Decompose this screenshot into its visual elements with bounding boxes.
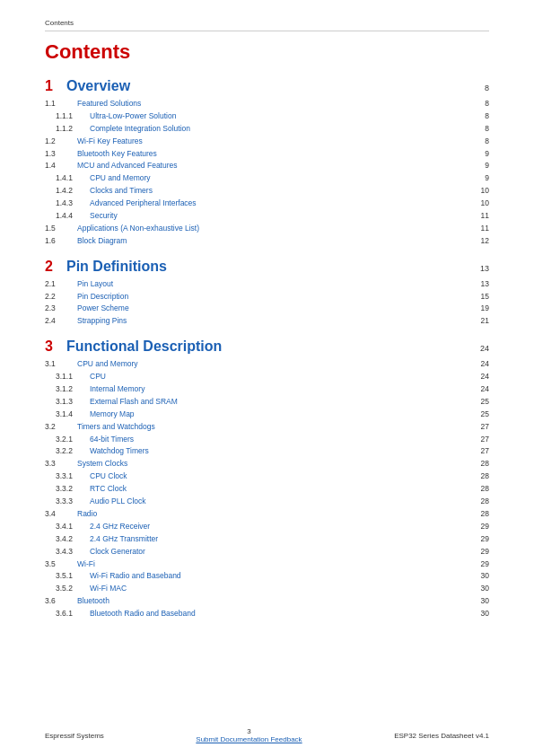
toc-link-1-1-2[interactable]: Complete Integration Solution (90, 124, 471, 135)
toc-link-3-2-1[interactable]: 64-bit Timers (90, 435, 471, 445)
toc-page-3-3-3: 28 (471, 497, 489, 507)
toc-row-3-3-2: 3.3.2RTC Clock28 (45, 483, 489, 496)
toc-link-3-6[interactable]: Bluetooth (77, 596, 471, 607)
toc-page-1-1: 8 (471, 99, 489, 110)
header-text: Contents (45, 19, 74, 27)
section-num-3: 3 (45, 338, 66, 355)
section-title-1[interactable]: Overview (66, 78, 471, 94)
toc-link-3-4-1[interactable]: 2.4 GHz Receiver (90, 522, 471, 532)
toc-row-3-5-1: 3.5.1Wi-Fi Radio and Baseband30 (45, 570, 489, 583)
page-footer: Espressif Systems 3 Submit Documentation… (45, 727, 489, 743)
toc-link-1-2[interactable]: Wi-Fi Key Features (77, 136, 471, 147)
toc-page-1-4: 9 (471, 161, 489, 171)
toc-page-3-4: 28 (471, 509, 489, 520)
toc-row-3-3-1: 3.3.1CPU Clock28 (45, 470, 489, 483)
toc-row-1-6: 1.6Block Diagram12 (45, 235, 489, 248)
toc-link-3-5-1[interactable]: Wi-Fi Radio and Baseband (90, 571, 471, 582)
toc-num-1-1: 1.1 (45, 99, 77, 110)
toc-page-3-5: 29 (471, 559, 489, 570)
toc-link-1-3[interactable]: Bluetooth Key Features (77, 149, 471, 160)
toc-page-3-1-3: 25 (471, 397, 489, 408)
footer-feedback-link[interactable]: Submit Documentation Feedback (196, 735, 302, 743)
toc-row-3-3-3: 3.3.3Audio PLL Clock28 (45, 496, 489, 508)
toc-link-3-6-1[interactable]: Bluetooth Radio and Baseband (90, 609, 471, 620)
toc-row-3-4: 3.4Radio28 (45, 508, 489, 521)
toc-page-3-1-2: 24 (471, 384, 489, 395)
toc-row-1-4-3: 1.4.3Advanced Peripheral Interfaces10 (45, 198, 489, 210)
toc-num-1-4-4: 1.4.4 (45, 211, 90, 222)
footer-center: 3 Submit Documentation Feedback (196, 727, 302, 743)
toc-num-3-1-1: 3.1.1 (45, 372, 90, 382)
toc-page-3-6-1: 30 (471, 609, 489, 620)
toc-link-2-3[interactable]: Power Scheme (77, 303, 471, 314)
toc-page-1-1-1: 8 (471, 111, 489, 122)
toc-link-3-3[interactable]: System Clocks (77, 459, 471, 470)
toc-page-2-2: 15 (471, 292, 489, 303)
toc-page-3-5-1: 30 (471, 571, 489, 582)
toc-num-3-1: 3.1 (45, 359, 77, 370)
toc-num-3-4: 3.4 (45, 509, 77, 520)
toc-num-1-4-3: 1.4.3 (45, 198, 90, 209)
toc-row-3-1-4: 3.1.4Memory Map25 (45, 409, 489, 421)
toc-page-1-3: 9 (471, 149, 489, 160)
toc-page-3-3: 28 (471, 459, 489, 470)
toc-num-2-2: 2.2 (45, 292, 77, 303)
toc-link-1-4-4[interactable]: Security (90, 211, 471, 222)
toc-page-2-4: 21 (471, 316, 489, 327)
toc-link-3-1-3[interactable]: External Flash and SRAM (90, 397, 471, 408)
toc-link-2-1[interactable]: Pin Layout (77, 279, 471, 290)
toc-row-2-4: 2.4Strapping Pins21 (45, 315, 489, 328)
toc-row-3-3: 3.3System Clocks28 (45, 458, 489, 470)
toc-num-1-2: 1.2 (45, 136, 77, 147)
toc-link-1-5[interactable]: Applications (A Non-exhaustive List) (77, 224, 471, 234)
toc-page-3-1-1: 24 (471, 372, 489, 382)
toc-link-1-4[interactable]: MCU and Advanced Features (77, 161, 471, 171)
toc-link-2-2[interactable]: Pin Description (77, 292, 471, 303)
section-num-2: 2 (45, 259, 66, 275)
toc-link-3-3-3[interactable]: Audio PLL Clock (90, 497, 471, 507)
toc-link-3-5[interactable]: Wi-Fi (77, 559, 471, 570)
toc-page-1-4-2: 10 (471, 186, 489, 197)
toc-link-3-1-2[interactable]: Internal Memory (90, 384, 471, 395)
toc-link-3-4-3[interactable]: Clock Generator (90, 547, 471, 558)
toc-num-3-5-2: 3.5.2 (45, 584, 90, 594)
toc-row-2-3: 2.3Power Scheme19 (45, 303, 489, 315)
toc-link-3-4[interactable]: Radio (77, 509, 471, 520)
toc-num-3-6-1: 3.6.1 (45, 609, 90, 620)
toc-link-3-4-2[interactable]: 2.4 GHz Transmitter (90, 534, 471, 545)
toc-container: 1Overview81.1Featured Solutions81.1.1Ult… (45, 78, 489, 620)
toc-link-1-1-1[interactable]: Ultra-Low-Power Solution (90, 111, 471, 122)
toc-num-3-1-3: 3.1.3 (45, 397, 90, 408)
toc-link-1-6[interactable]: Block Diagram (77, 236, 471, 247)
toc-row-3-5: 3.5Wi-Fi29 (45, 558, 489, 571)
toc-page-1-4-1: 9 (471, 173, 489, 184)
toc-link-3-1-1[interactable]: CPU (90, 372, 471, 382)
toc-link-3-1-4[interactable]: Memory Map (90, 409, 471, 420)
toc-link-1-4-3[interactable]: Advanced Peripheral Interfaces (90, 198, 471, 209)
toc-link-1-4-2[interactable]: Clocks and Timers (90, 186, 471, 197)
section-title-3[interactable]: Functional Description (66, 338, 471, 355)
toc-link-3-2-2[interactable]: Watchdog Timers (90, 446, 471, 457)
toc-link-1-1[interactable]: Featured Solutions (77, 99, 471, 110)
toc-link-3-3-2[interactable]: RTC Clock (90, 484, 471, 495)
toc-link-3-3-1[interactable]: CPU Clock (90, 471, 471, 482)
toc-page-3-1-4: 25 (471, 409, 489, 420)
section-page-2: 13 (471, 264, 489, 273)
toc-row-3-4-1: 3.4.12.4 GHz Receiver29 (45, 521, 489, 533)
toc-page-3-1: 24 (471, 359, 489, 370)
toc-row-3-1-2: 3.1.2Internal Memory24 (45, 383, 489, 396)
toc-row-1-4: 1.4MCU and Advanced Features9 (45, 160, 489, 172)
toc-page-1-2: 8 (471, 136, 489, 147)
toc-row-3-2: 3.2Timers and Watchdogs27 (45, 421, 489, 434)
toc-link-3-5-2[interactable]: Wi-Fi MAC (90, 584, 471, 594)
toc-link-3-2[interactable]: Timers and Watchdogs (77, 422, 471, 433)
toc-row-1-1: 1.1Featured Solutions8 (45, 98, 489, 110)
toc-row-3-2-1: 3.2.164-bit Timers27 (45, 434, 489, 446)
toc-page-3-2: 27 (471, 422, 489, 433)
toc-link-3-1[interactable]: CPU and Memory (77, 359, 471, 370)
toc-link-2-4[interactable]: Strapping Pins (77, 316, 471, 327)
toc-row-1-2: 1.2Wi-Fi Key Features8 (45, 136, 489, 148)
section-title-2[interactable]: Pin Definitions (66, 259, 471, 275)
toc-num-2-3: 2.3 (45, 303, 77, 314)
toc-link-1-4-1[interactable]: CPU and Memory (90, 173, 471, 184)
